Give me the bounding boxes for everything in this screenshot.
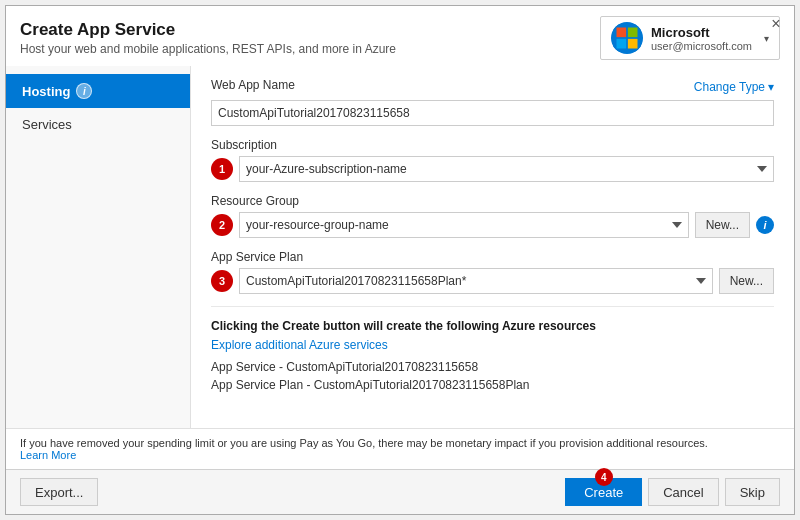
sidebar-services-label: Services <box>22 117 72 132</box>
dialog-titlebar: Create App Service Host your web and mob… <box>6 6 794 66</box>
footer-left: Export... <box>20 478 98 506</box>
step-1-badge: 1 <box>211 158 233 180</box>
resource-item-2: App Service Plan - CustomApiTutorial2017… <box>211 378 774 392</box>
change-type-label: Change Type <box>694 80 765 94</box>
web-app-name-input[interactable] <box>211 100 774 126</box>
resource-item-1: App Service - CustomApiTutorial201708231… <box>211 360 774 374</box>
resource-group-field: Resource Group 2 your-resource-group-nam… <box>211 194 774 238</box>
dialog-footer: Export... 4 Create Cancel Skip <box>6 469 794 514</box>
svg-rect-3 <box>617 39 627 49</box>
hosting-info-icon[interactable]: i <box>76 83 92 99</box>
explore-link[interactable]: Explore additional Azure services <box>211 338 388 352</box>
account-name: Microsoft <box>651 25 756 40</box>
subscription-label: Subscription <box>211 138 774 152</box>
subscription-field: Subscription 1 your-Azure-subscription-n… <box>211 138 774 182</box>
change-type-link[interactable]: Change Type ▾ <box>694 80 774 94</box>
step-3-badge: 3 <box>211 270 233 292</box>
sidebar-hosting-label: Hosting <box>22 84 70 99</box>
web-app-name-label: Web App Name <box>211 78 295 92</box>
web-app-name-field: Web App Name Change Type ▾ <box>211 78 774 126</box>
cancel-button[interactable]: Cancel <box>648 478 718 506</box>
account-selector[interactable]: Microsoft user@microsoft.com ▾ <box>600 16 780 60</box>
sidebar-item-services[interactable]: Services <box>6 108 190 141</box>
skip-button[interactable]: Skip <box>725 478 780 506</box>
resource-group-info-icon[interactable]: i <box>756 216 774 234</box>
sidebar-item-hosting[interactable]: Hosting i <box>6 74 190 108</box>
resource-group-row: 2 your-resource-group-name New... i <box>211 212 774 238</box>
resource-group-label: Resource Group <box>211 194 774 208</box>
learn-more-link[interactable]: Learn More <box>20 449 76 461</box>
resource-group-select[interactable]: your-resource-group-name <box>239 212 689 238</box>
web-app-name-header: Web App Name Change Type ▾ <box>211 78 774 96</box>
new-app-service-plan-button[interactable]: New... <box>719 268 774 294</box>
export-button[interactable]: Export... <box>20 478 98 506</box>
create-app-service-dialog: Create App Service Host your web and mob… <box>5 5 795 515</box>
app-service-plan-row: 3 CustomApiTutorial20170823115658Plan* N… <box>211 268 774 294</box>
dialog-title: Create App Service <box>20 20 396 40</box>
svg-rect-1 <box>617 28 627 38</box>
account-info: Microsoft user@microsoft.com <box>651 25 756 52</box>
change-type-chevron-icon: ▾ <box>768 80 774 94</box>
avatar <box>611 22 643 54</box>
subscription-row: 1 your-Azure-subscription-name <box>211 156 774 182</box>
app-service-plan-label: App Service Plan <box>211 250 774 264</box>
account-email: user@microsoft.com <box>651 40 756 52</box>
sidebar: Hosting i Services <box>6 66 191 428</box>
subscription-select[interactable]: your-Azure-subscription-name <box>239 156 774 182</box>
footer-right: 4 Create Cancel Skip <box>565 478 780 506</box>
close-button[interactable]: × <box>766 14 786 34</box>
create-btn-wrapper: 4 Create <box>565 478 642 506</box>
resources-title: Clicking the Create button will create t… <box>211 319 774 333</box>
step-2-badge: 2 <box>211 214 233 236</box>
svg-rect-2 <box>628 28 638 38</box>
notice-text: If you have removed your spending limit … <box>20 437 708 449</box>
dialog-title-section: Create App Service Host your web and mob… <box>20 20 396 56</box>
dialog-subtitle: Host your web and mobile applications, R… <box>20 42 396 56</box>
step-4-badge: 4 <box>595 468 613 486</box>
app-service-plan-select[interactable]: CustomApiTutorial20170823115658Plan* <box>239 268 713 294</box>
chevron-down-icon: ▾ <box>764 33 769 44</box>
dialog-body: Hosting i Services Web App Name Change T… <box>6 66 794 428</box>
new-resource-group-button[interactable]: New... <box>695 212 750 238</box>
app-service-plan-field: App Service Plan 3 CustomApiTutorial2017… <box>211 250 774 294</box>
bottom-notice: If you have removed your spending limit … <box>6 428 794 469</box>
main-content: Web App Name Change Type ▾ Subscription … <box>191 66 794 428</box>
svg-rect-4 <box>628 39 638 49</box>
resources-section: Clicking the Create button will create t… <box>211 313 774 392</box>
